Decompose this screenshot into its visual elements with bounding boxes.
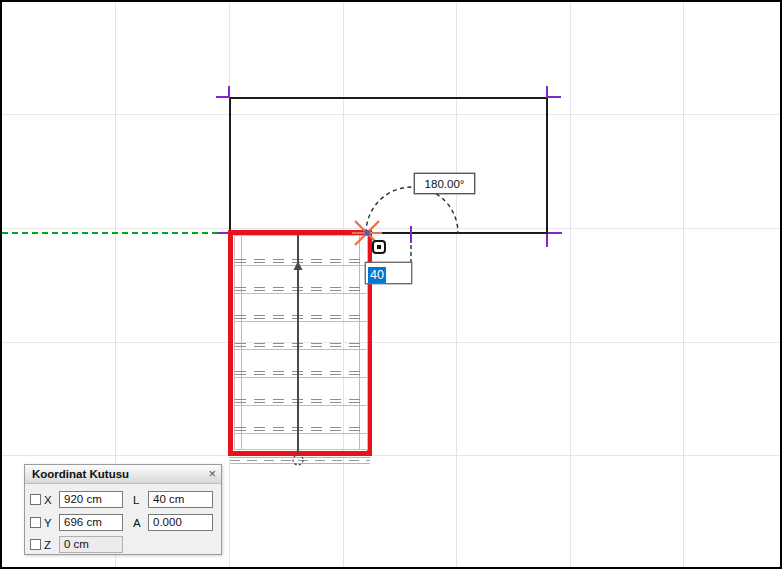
stair-tread-dash [235,343,367,344]
stair-tread-dash [235,262,367,263]
stair-bottom-edge [230,463,370,464]
stair-tread [235,265,367,266]
label-l: L [133,494,139,506]
stair-tread [235,405,367,406]
node-snap-icon [372,240,386,254]
endpoint-marker [548,232,562,234]
field-l[interactable]: 40 cm [148,491,213,508]
endpoint-marker [216,96,229,98]
stair-tread-dash [235,374,367,375]
stair-tread-dash [235,346,367,347]
panel-title-bar[interactable]: Koordinat Kutusu × [25,465,221,484]
gridline-horizontal [2,455,780,456]
stair-tread-dash [235,427,367,428]
stair-walk-line [297,235,299,454]
endpoint-marker [548,96,561,98]
stair-tread [235,293,367,294]
close-icon[interactable]: × [208,467,216,481]
label-z: Z [44,539,51,551]
coordinate-box-panel[interactable]: Koordinat Kutusu × X 920 cm L 40 cm Y 69… [24,464,222,555]
midpoint-marker [410,226,412,243]
stair-tread [235,433,367,434]
stair-tread [235,349,367,350]
gridline-vertical [570,2,571,567]
checkbox-y[interactable] [30,517,41,528]
gridline-vertical [456,2,457,567]
stair-tread-dash [235,315,367,316]
length-input[interactable]: 40 [365,262,412,284]
label-y: Y [44,517,52,529]
angle-readout-text: 180.00° [425,178,465,190]
stair-tread [235,377,367,378]
checkbox-x[interactable] [30,494,41,505]
checkbox-z[interactable] [30,539,41,550]
field-y[interactable]: 696 cm [59,514,123,531]
stair-bottom-dash [230,460,370,461]
stair-tread-dash [235,399,367,400]
guide-line-green [2,232,229,234]
panel-title: Koordinat Kutusu [32,468,129,480]
stair-tread-dash [235,430,367,431]
node-snap-dot [377,245,381,249]
stair-tread-dash [235,290,367,291]
stair-tread-dash [235,259,367,260]
slab-outline-rect [229,97,548,234]
stair-bottom-edge [230,457,370,458]
cad-canvas[interactable]: 180.00° 40 Koordinat Kutusu × X 920 cm L… [0,0,782,569]
gridline-vertical [683,2,684,567]
endpoint-marker [546,234,548,247]
label-a: A [133,517,141,529]
field-a[interactable]: 0.000 [148,514,213,531]
stair-tread-dash [235,402,367,403]
label-x: X [44,494,52,506]
gridline-horizontal [2,342,780,343]
stair-tread-dash [235,318,367,319]
angle-readout: 180.00° [414,173,475,194]
stair-tread-dash [235,371,367,372]
field-x[interactable]: 920 cm [59,491,123,508]
field-z: 0 cm [59,536,123,553]
stair-tread [235,321,367,322]
length-input-selected-text: 40 [368,267,386,283]
stair-tread-dash [235,287,367,288]
